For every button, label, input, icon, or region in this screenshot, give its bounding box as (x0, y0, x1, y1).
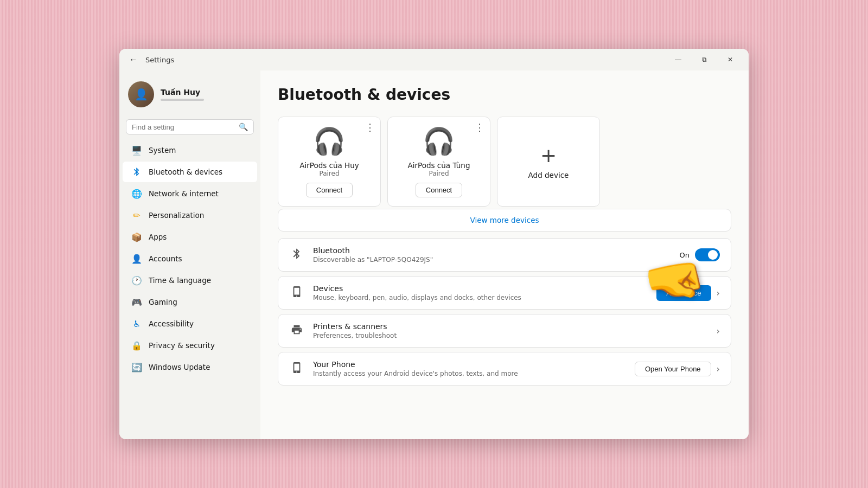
sidebar-item-label: Windows Update (149, 363, 210, 371)
bluetooth-row-icon (289, 248, 304, 262)
sidebar-item-label: Accessibility (149, 319, 194, 328)
sidebar-item-label: Personalization (149, 211, 204, 220)
username: Tuấn Huy (161, 88, 204, 97)
sidebar-item-label: Apps (149, 233, 167, 241)
accounts-icon: 👤 (131, 253, 142, 264)
system-icon: 🖥️ (131, 145, 142, 156)
sidebar-item-accessibility[interactable]: ♿ Accessibility (123, 313, 257, 334)
device-name-2: AirPods của Tùng (408, 161, 470, 170)
titlebar-title: Settings (145, 56, 174, 64)
devices-row-icon (289, 286, 304, 300)
personalization-icon: ✏️ (131, 210, 142, 221)
add-device-icon: + (540, 144, 557, 166)
connect-btn-2[interactable]: Connect (416, 183, 462, 197)
privacy-icon: 🔒 (131, 340, 142, 351)
headphones-icon-2: 🎧 (423, 126, 455, 157)
titlebar-controls: — ⧉ ✕ (666, 51, 742, 68)
devices-add-button[interactable]: Add device (656, 285, 711, 301)
toggle-knob (708, 250, 718, 260)
open-phone-button[interactable]: Open Your Phone (635, 362, 711, 376)
sidebar-item-update[interactable]: 🔄 Windows Update (123, 357, 257, 377)
add-device-card[interactable]: + Add device (497, 117, 600, 207)
devices-title: Devices (313, 284, 648, 293)
bluetooth-status-label: On (680, 251, 690, 259)
time-icon: 🕐 (131, 275, 142, 286)
content-area: 👤 Tuấn Huy 🔍 🖥️ System (119, 70, 749, 439)
phone-subtitle: Instantly access your Android device's p… (313, 370, 626, 377)
device-name-1: AirPods của Huy (299, 161, 359, 170)
page-title: Bluetooth & devices (278, 86, 731, 104)
devices-subtitle: Mouse, keyboard, pen, audio, displays an… (313, 294, 648, 301)
headphones-icon-1: 🎧 (313, 126, 346, 157)
phone-title: Your Phone (313, 360, 626, 369)
sidebar: 👤 Tuấn Huy 🔍 🖥️ System (119, 70, 260, 439)
back-button[interactable]: ← (126, 52, 141, 67)
user-profile: 👤 Tuấn Huy (119, 77, 260, 116)
view-more-label: View more devices (470, 216, 539, 224)
printers-subtitle: Preferences, troubleshoot (313, 332, 708, 339)
restore-button[interactable]: ⧉ (692, 51, 716, 68)
phone-chevron: › (717, 364, 720, 374)
sidebar-item-system[interactable]: 🖥️ System (123, 140, 257, 160)
main-content: Bluetooth & devices ⋮ 🎧 AirPods của Huy … (260, 70, 749, 439)
printers-icon (289, 324, 304, 338)
sidebar-item-personalization[interactable]: ✏️ Personalization (123, 205, 257, 226)
apps-icon: 📦 (131, 232, 142, 242)
sidebar-item-apps[interactable]: 📦 Apps (123, 227, 257, 247)
titlebar-left: ← Settings (126, 52, 174, 67)
bluetooth-title: Bluetooth (313, 246, 671, 255)
sidebar-item-label: Privacy & security (149, 341, 215, 350)
close-button[interactable]: ✕ (718, 51, 742, 68)
phone-icon (289, 362, 304, 376)
sidebar-item-label: System (149, 146, 176, 155)
search-box[interactable]: 🔍 (126, 119, 254, 134)
device-status-2: Paired (429, 170, 449, 177)
device-card-2: ⋮ 🎧 AirPods của Tùng Paired Connect (387, 117, 490, 207)
bluetooth-icon (131, 166, 142, 177)
devices-row[interactable]: Devices Mouse, keyboard, pen, audio, dis… (278, 276, 731, 310)
sidebar-item-label: Time & language (149, 276, 211, 285)
printers-chevron: › (717, 326, 720, 336)
connect-btn-1[interactable]: Connect (306, 183, 353, 197)
search-icon[interactable]: 🔍 (239, 123, 248, 131)
sidebar-item-network[interactable]: 🌐 Network & internet (123, 183, 257, 204)
phone-row[interactable]: Your Phone Instantly access your Android… (278, 352, 731, 386)
minimize-button[interactable]: — (666, 51, 690, 68)
titlebar: ← Settings — ⧉ ✕ (119, 49, 749, 70)
user-status-bar (161, 99, 204, 101)
add-device-label: Add device (528, 171, 569, 179)
sidebar-item-gaming[interactable]: 🎮 Gaming (123, 292, 257, 312)
view-more-bar[interactable]: View more devices (278, 209, 731, 232)
device-menu-btn-2[interactable]: ⋮ (475, 123, 484, 132)
devices-grid: ⋮ 🎧 AirPods của Huy Paired Connect ⋮ 🎧 A… (278, 117, 731, 207)
sidebar-item-label: Accounts (149, 254, 182, 263)
device-status-1: Paired (319, 170, 339, 177)
update-icon: 🔄 (131, 362, 142, 373)
network-icon: 🌐 (131, 188, 142, 199)
sidebar-item-label: Network & internet (149, 189, 219, 198)
device-menu-btn-1[interactable]: ⋮ (365, 123, 375, 132)
sidebar-item-time[interactable]: 🕐 Time & language (123, 270, 257, 291)
search-input[interactable] (132, 123, 234, 131)
bluetooth-row: Bluetooth Discoverable as "LAPTOP-5QO429… (278, 238, 731, 272)
device-card-1: ⋮ 🎧 AirPods của Huy Paired Connect (278, 117, 381, 207)
settings-window: ← Settings — ⧉ ✕ 👤 Tuấn Huy 🔍 (119, 49, 749, 439)
printers-title: Printers & scanners (313, 322, 708, 331)
devices-chevron: › (717, 288, 720, 298)
printers-row[interactable]: Printers & scanners Preferences, trouble… (278, 314, 731, 348)
sidebar-item-privacy[interactable]: 🔒 Privacy & security (123, 335, 257, 356)
sidebar-item-accounts[interactable]: 👤 Accounts (123, 248, 257, 269)
gaming-icon: 🎮 (131, 297, 142, 307)
bluetooth-toggle[interactable] (695, 248, 720, 261)
accessibility-icon: ♿ (131, 318, 142, 329)
sidebar-item-label: Gaming (149, 298, 177, 306)
sidebar-item-bluetooth[interactable]: Bluetooth & devices (123, 162, 257, 182)
bluetooth-subtitle: Discoverable as "LAPTOP-5QO429JS" (313, 256, 671, 264)
avatar: 👤 (128, 81, 154, 107)
sidebar-item-label: Bluetooth & devices (149, 168, 222, 176)
